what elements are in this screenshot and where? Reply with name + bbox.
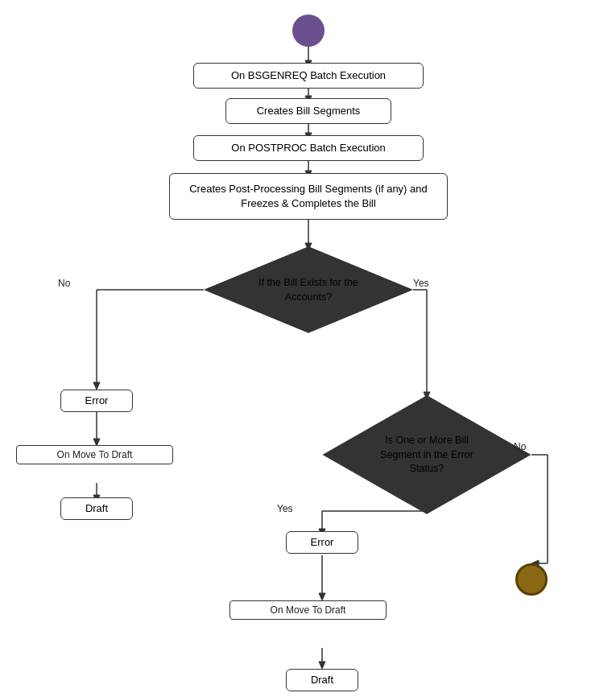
draft-left-label: Draft [85,501,108,516]
svg-marker-12 [93,382,100,390]
creates-post-box: Creates Post-Processing Bill Segments (i… [169,173,448,220]
one-or-more-label: Is One or More Bill Segment in the Error… [374,434,479,476]
svg-marker-29 [319,593,325,600]
error-right-label: Error [311,535,334,550]
creates-bill-box: Creates Bill Segments [225,98,391,124]
error-left-label: Error [85,394,109,408]
end-circle [515,563,548,596]
bsgenreq-label: On BSGENREQ Batch Execution [231,68,386,83]
bill-exists-diamond: If the Bill Exists for the Accounts? [204,245,413,334]
draft-right-box: Draft [286,669,358,691]
error-right-box: Error [286,531,358,554]
no-bottom-label: No [514,441,526,452]
yes-right-label: Yes [413,278,429,289]
one-or-more-diamond: Is One or More Bill Segment in the Error… [322,394,531,515]
creates-bill-label: Creates Bill Segments [257,104,361,118]
svg-marker-31 [319,662,325,669]
draft-left-box: Draft [60,497,133,520]
flowchart-diagram: On BSGENREQ Batch Execution Creates Bill… [0,0,616,697]
bill-exists-label: If the Bill Exists for the Accounts? [256,276,361,304]
yes-bottom-label: Yes [277,503,293,514]
creates-post-label: Creates Post-Processing Bill Segments (i… [178,182,439,211]
start-circle [292,14,325,47]
on-move-draft-right-label: On Move To Draft [229,600,387,620]
postproc-label: On POSTPROC Batch Execution [231,141,385,155]
on-move-draft-left-label: On Move To Draft [16,445,173,464]
bsgenreq-box: On BSGENREQ Batch Execution [193,63,424,89]
error-left-box: Error [60,390,133,412]
draft-right-label: Draft [311,673,333,687]
no-left-label: No [58,278,70,289]
postproc-box: On POSTPROC Batch Execution [193,135,424,161]
